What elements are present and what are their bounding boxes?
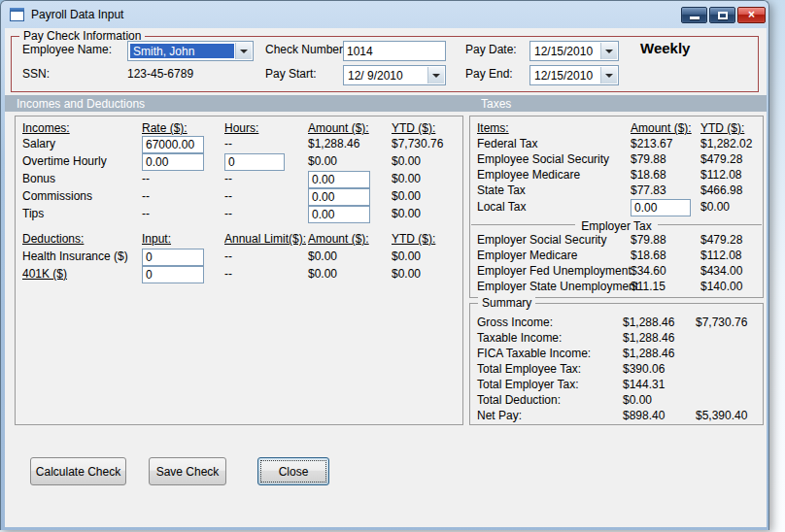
employer-medicare-ytd: $112.08 — [700, 249, 742, 262]
taxable-income-value: $1,288.46 — [623, 332, 674, 345]
net-pay-value: $898.40 — [623, 410, 665, 422]
401k-row-link[interactable]: 401K ($) — [22, 268, 67, 281]
overtime-rate-input[interactable] — [142, 153, 204, 171]
gross-income-value: $1,288.46 — [623, 316, 674, 329]
check-number-input[interactable] — [343, 41, 446, 61]
bonus-hours-value: -- — [224, 173, 232, 185]
pay-end-value: 12/15/2010 — [534, 69, 593, 83]
employer-state-unemployment-ytd: $140.00 — [700, 281, 742, 293]
salary-hours-value: -- — [224, 138, 232, 150]
health-insurance-row-label: Health Insurance ($) — [22, 250, 128, 263]
health-insurance-input[interactable] — [142, 249, 204, 266]
section-band: Incomes and Deductions Taxes — [5, 95, 767, 112]
bonus-row-label: Bonus — [22, 173, 55, 185]
bonus-ytd-value: $0.00 — [392, 173, 421, 185]
overtime-hours-input[interactable] — [224, 153, 285, 171]
deductions-header-input: Input: — [142, 233, 171, 246]
pay-end-dropdown-icon[interactable] — [600, 67, 617, 83]
taxes-section-header: Taxes — [481, 97, 511, 111]
employer-fed-unemployment-ytd: $434.00 — [700, 265, 742, 278]
health-insurance-ytd-value: $0.00 — [392, 250, 421, 263]
close-check-button[interactable]: Close — [257, 457, 329, 485]
health-insurance-amount-value: $0.00 — [308, 250, 337, 263]
pay-start-picker[interactable]: 12/ 9/2010 — [343, 65, 446, 85]
tips-rate-value: -- — [142, 208, 150, 220]
app-icon — [10, 8, 24, 21]
salary-rate-input[interactable] — [142, 136, 204, 153]
deductions-header-ytd: YTD ($): — [392, 233, 435, 246]
401k-amount-value: $0.00 — [308, 268, 337, 281]
overtime-amount-value: $0.00 — [308, 155, 337, 168]
incomes-header-hours: Hours: — [224, 122, 258, 135]
pay-date-picker[interactable]: 12/15/2010 — [529, 41, 619, 61]
employee-medicare-amount: $18.68 — [631, 169, 666, 182]
salary-row-label: Salary — [22, 138, 55, 150]
total-deduction-value: $0.00 — [623, 394, 652, 407]
employer-tax-separator: Employer Tax — [471, 216, 762, 231]
close-icon: × — [748, 8, 755, 21]
bonus-rate-value: -- — [142, 173, 150, 185]
paycheck-info-legend: Pay Check Information — [19, 29, 145, 43]
close-button[interactable]: × — [737, 7, 766, 23]
gross-income-ytd: $7,730.76 — [696, 316, 747, 329]
incomes-header-name: Incomes: — [22, 122, 70, 135]
salary-amount-value: $1,288.46 — [308, 138, 359, 150]
federal-tax-ytd: $1,282.02 — [700, 138, 752, 150]
incomes-header-amount: Amount ($): — [308, 122, 369, 135]
taxes-header-items: Items: — [477, 122, 509, 135]
employee-ss-ytd: $479.28 — [700, 153, 742, 166]
pay-date-value: 12/15/2010 — [534, 45, 593, 58]
employee-name-combobox[interactable]: Smith, John — [127, 41, 254, 61]
401k-input[interactable] — [142, 266, 204, 283]
titlebar[interactable]: Payroll Data Input × — [1, 1, 768, 28]
maximize-button[interactable] — [709, 7, 735, 23]
health-insurance-limit-value: -- — [224, 250, 232, 263]
fica-taxable-income-label: FICA Taxable Income: — [477, 348, 591, 360]
incomes-header-ytd: YTD ($): — [392, 122, 435, 135]
taxes-header-amount: Amount ($): — [631, 122, 692, 135]
employer-fed-unemployment-label: Employer Fed Unemployment — [477, 265, 631, 278]
employee-ss-amount: $79.88 — [631, 153, 666, 166]
commissions-ytd-value: $0.00 — [392, 190, 421, 203]
save-check-button[interactable]: Save Check — [149, 457, 226, 485]
commissions-row-label: Commissions — [22, 190, 92, 203]
deductions-header-amount: Amount ($): — [308, 233, 369, 246]
federal-tax-label: Federal Tax — [477, 138, 537, 150]
pay-end-label: Pay End: — [465, 68, 513, 81]
overtime-ytd-value: $0.00 — [392, 155, 421, 168]
commissions-amount-input[interactable] — [308, 188, 370, 206]
calculate-check-button[interactable]: Calculate Check — [30, 457, 126, 485]
bonus-amount-input[interactable] — [308, 171, 370, 188]
employee-medicare-label: Employee Medicare — [477, 169, 580, 182]
minimize-button[interactable] — [681, 7, 707, 23]
total-employer-tax-label: Total Employer Tax: — [477, 379, 579, 391]
employer-fed-unemployment-amount: $34.60 — [631, 265, 666, 278]
pay-start-dropdown-icon[interactable] — [427, 67, 444, 83]
pay-start-label: Pay Start: — [265, 68, 317, 81]
employee-medicare-ytd: $112.08 — [700, 169, 742, 182]
total-deduction-label: Total Deduction: — [477, 394, 561, 407]
gross-income-label: Gross Income: — [477, 316, 553, 329]
employee-name-label: Employee Name: — [22, 44, 112, 56]
taxable-income-label: Taxable Income: — [477, 332, 562, 345]
payroll-window: Payroll Data Input × Pay Check Informati… — [0, 0, 769, 530]
total-employee-tax-value: $390.06 — [623, 363, 665, 376]
local-tax-ytd: $0.00 — [700, 201, 730, 214]
employer-medicare-label: Employer Medicare — [477, 249, 577, 262]
deductions-header-name: Deductions: — [22, 233, 84, 246]
pay-date-dropdown-icon[interactable] — [600, 43, 617, 59]
check-number-label: Check Number: — [265, 44, 346, 56]
federal-tax-amount: $213.67 — [631, 138, 672, 150]
employer-medicare-amount: $18.68 — [631, 249, 666, 262]
total-employee-tax-label: Total Employee Tax: — [477, 363, 581, 376]
summary-legend: Summary — [478, 296, 535, 310]
minimize-icon — [690, 17, 700, 19]
pay-date-label: Pay Date: — [465, 44, 517, 56]
tips-amount-input[interactable] — [308, 206, 370, 223]
local-tax-input[interactable] — [631, 199, 691, 216]
pay-start-value: 12/ 9/2010 — [348, 69, 403, 83]
employee-name-dropdown-icon[interactable] — [235, 43, 252, 59]
state-tax-ytd: $466.98 — [700, 184, 742, 197]
pay-end-picker[interactable]: 12/15/2010 — [529, 65, 619, 85]
employer-tax-section-label: Employer Tax — [575, 219, 657, 233]
